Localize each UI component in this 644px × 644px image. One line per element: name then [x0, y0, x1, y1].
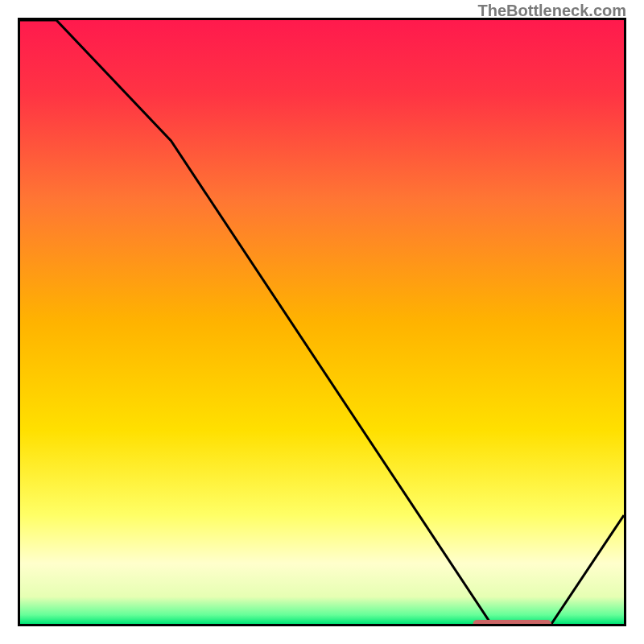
svg-rect-0	[20, 20, 624, 624]
plot-area	[18, 18, 626, 626]
gradient-background	[20, 20, 624, 624]
chart-container: TheBottleneck.com	[0, 0, 644, 644]
